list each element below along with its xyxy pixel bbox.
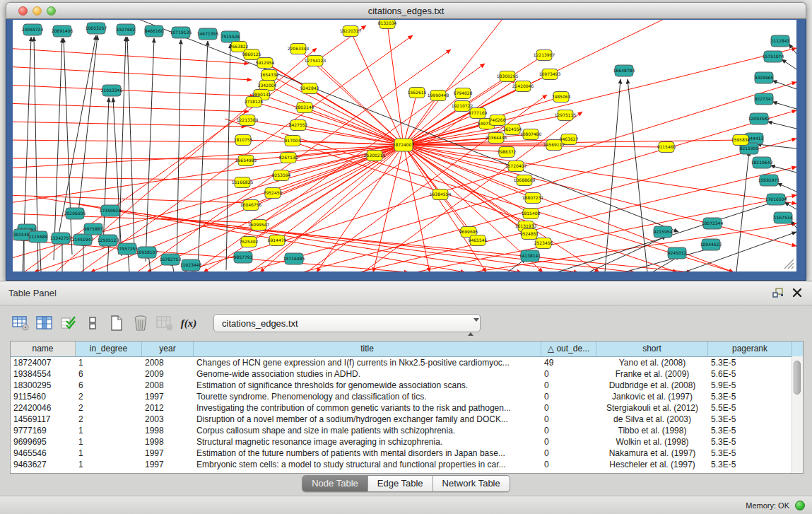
graph-node[interactable]: 6794028 — [454, 88, 473, 99]
table-row[interactable]: 946362711997Embryonic stem cells: a mode… — [11, 459, 803, 470]
table-row[interactable]: 2242004622012Investigating the contribut… — [11, 402, 803, 414]
graph-node[interactable]: 8466160 — [145, 25, 164, 37]
vertical-scrollbar[interactable] — [792, 356, 803, 473]
new-column-icon[interactable] — [106, 313, 127, 334]
graph-node[interactable]: 18072344 — [702, 218, 724, 229]
column-header-short[interactable]: short — [596, 341, 708, 356]
citation-network-graph[interactable]: 2405572420691406106532571527602846616010… — [13, 20, 796, 271]
graph-node[interactable]: 21053346 — [101, 85, 123, 96]
memory-status-indicator[interactable] — [795, 501, 805, 510]
graph-node[interactable]: 10944522 — [700, 239, 722, 250]
graph-node[interactable]: 15720407 — [505, 161, 527, 172]
graph-node[interactable]: 2523456 — [534, 238, 553, 249]
column-header-in_degree[interactable]: in_degree — [76, 341, 142, 356]
tab-network-table[interactable]: Network Table — [433, 476, 510, 491]
graph-node[interactable]: 20364436 — [486, 133, 507, 144]
graph-node[interactable]: 10719135 — [170, 27, 192, 38]
float-window-icon[interactable] — [772, 288, 784, 298]
graph-node[interactable]: 18807231 — [522, 193, 544, 204]
column-header-pagerank[interactable]: pagerank — [708, 341, 792, 356]
table-row[interactable]: 911546021997Tourette syndrome. Phenomeno… — [11, 391, 803, 402]
table-selector-dropdown[interactable]: citations_edges.txt — [213, 314, 481, 332]
table-row[interactable]: 969969511998Structural magnetic resonanc… — [11, 436, 803, 448]
graph-node[interactable]: 9242843 — [300, 83, 319, 94]
graph-node[interactable]: 1527602 — [117, 24, 136, 35]
graph-node[interactable]: 25300215 — [364, 151, 386, 161]
row-height-icon[interactable] — [82, 313, 103, 334]
graph-node[interactable]: 3624554 — [503, 124, 522, 135]
scrollbar-thumb[interactable] — [794, 361, 801, 395]
graph-node[interactable]: 9777169 — [469, 108, 488, 119]
graph-node[interactable]: 1167534 — [774, 212, 793, 223]
graph-node[interactable]: 2718126 — [245, 97, 264, 107]
graph-node[interactable]: 19654985 — [235, 156, 257, 166]
graph-node[interactable]: 2803144 — [295, 103, 314, 113]
graph-node[interactable]: 10973493 — [539, 69, 561, 80]
graph-node[interactable]: 5912954 — [256, 58, 275, 69]
graph-node[interactable]: 15692971 — [758, 175, 780, 186]
graph-node[interactable]: 22420046 — [512, 81, 534, 92]
graph-node[interactable]: 20206505 — [64, 208, 86, 219]
graph-node[interactable]: 14569117 — [543, 140, 565, 151]
graph-node[interactable]: 20691406 — [52, 25, 73, 37]
network-canvas[interactable]: 2405572420691406106532571527602846616010… — [13, 20, 796, 271]
graph-node[interactable]: 9115460 — [657, 142, 676, 153]
graph-node[interactable]: 1115689 — [29, 231, 48, 243]
column-header-out_de[interactable]: △ out_de... — [541, 341, 596, 356]
table-row[interactable]: 1830029562008Estimation of significance … — [11, 380, 803, 391]
graph-node[interactable]: 8427552 — [289, 120, 308, 131]
function-builder-icon[interactable]: f(x) — [178, 313, 199, 334]
graph-node[interactable]: 17359928 — [100, 205, 122, 216]
graph-node[interactable]: 17957255 — [117, 243, 139, 255]
graph-node[interactable]: 16648784 — [613, 65, 635, 76]
show-columns-icon[interactable] — [34, 313, 55, 334]
graph-node[interactable]: 12975115 — [555, 110, 577, 121]
graph-node[interactable]: 18300295 — [497, 71, 519, 82]
graph-node[interactable]: 7986372 — [498, 147, 517, 158]
graph-node[interactable]: 14671355 — [197, 28, 219, 40]
import-table-icon[interactable] — [154, 313, 175, 334]
graph-node[interactable]: 1562615 — [408, 88, 427, 98]
graph-node[interactable]: 16782753 — [160, 254, 182, 265]
graph-node[interactable]: 9524851 — [520, 229, 539, 240]
graph-node[interactable]: 9465546 — [469, 235, 488, 246]
graph-node[interactable]: 9227341 — [755, 93, 774, 105]
graph-node[interactable]: 17016504 — [765, 194, 787, 205]
graph-node[interactable]: 9215954 — [654, 226, 673, 238]
table-mode-icon[interactable] — [10, 313, 31, 334]
graph-node[interactable]: 18220317 — [340, 26, 362, 37]
graph-node[interactable]: 18724007 — [393, 139, 415, 151]
graph-node[interactable]: 7485063 — [552, 92, 571, 103]
tab-edge-table[interactable]: Edge Table — [368, 476, 433, 491]
graph-node[interactable]: 10688609 — [514, 175, 536, 186]
graph-node[interactable]: 1654334 — [260, 70, 279, 81]
graph-node[interactable]: 9329965 — [755, 72, 774, 83]
graph-node[interactable]: 746266 — [490, 115, 506, 126]
graph-node[interactable]: 15166825 — [232, 177, 254, 188]
column-header-title[interactable]: title — [194, 341, 541, 356]
graph-node[interactable]: 1112843 — [771, 35, 790, 47]
select-rows-icon[interactable] — [58, 313, 79, 334]
graph-node[interactable]: 12213309 — [237, 115, 259, 126]
graph-node[interactable]: 7515526 — [221, 31, 240, 42]
window-titlebar[interactable]: citations_edges.txt — [6, 2, 806, 19]
graph-node[interactable]: 16046756 — [240, 200, 262, 211]
graph-node[interactable]: 11451947 — [72, 234, 94, 245]
graph-node[interactable]: 1595834 — [731, 135, 751, 146]
graph-node[interactable]: 13342757 — [50, 233, 72, 244]
graph-node[interactable]: 15751074 — [763, 51, 784, 62]
graph-node[interactable]: 16099547 — [248, 220, 270, 230]
graph-node[interactable]: 7952450 — [264, 188, 283, 199]
graph-node[interactable]: 10958107 — [136, 247, 158, 258]
close-icon[interactable] — [792, 288, 802, 298]
column-header-year[interactable]: year — [142, 341, 194, 356]
graph-node[interactable]: 8253594 — [272, 170, 291, 181]
graph-node[interactable]: 12505123 — [98, 235, 119, 246]
graph-node[interactable]: 24055724 — [22, 24, 44, 35]
delete-column-icon[interactable] — [130, 313, 151, 334]
graph-node[interactable]: 6914479 — [268, 235, 287, 246]
table-row[interactable]: 1938455462009Genome-wide association stu… — [11, 368, 803, 380]
graph-node[interactable]: 14138141 — [519, 250, 541, 262]
table-row[interactable]: 977716911998Corpus callosum shape and si… — [11, 425, 803, 436]
resize-grip[interactable] — [784, 259, 794, 269]
